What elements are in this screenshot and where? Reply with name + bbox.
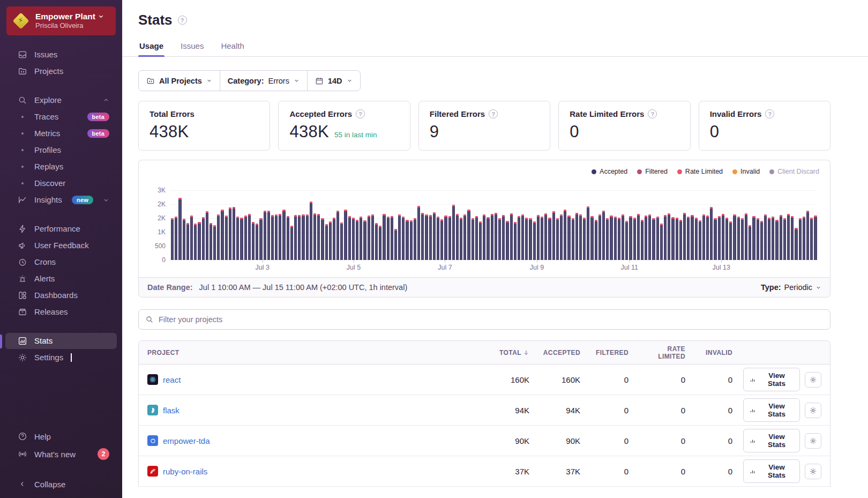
megaphone-icon [17, 241, 28, 250]
chart-bar [598, 214, 601, 260]
sidebar-item-settings[interactable]: Settings [5, 350, 117, 366]
chart-bar [287, 216, 289, 260]
sidebar-item-discover[interactable]: Discover [5, 175, 117, 191]
sidebar-item-metrics[interactable]: Metrics beta [5, 125, 117, 142]
project-link[interactable]: ruby-on-rails [163, 467, 207, 476]
chart-bar [294, 215, 297, 260]
chevron-down-icon[interactable] [103, 197, 109, 203]
legend-item-invalid[interactable]: Invalid [732, 168, 760, 175]
total-value: 90K [485, 436, 535, 445]
sidebar-item-label: Profiles [34, 145, 61, 154]
chart-bar [448, 216, 451, 260]
project-settings-button[interactable] [805, 464, 821, 479]
help-circle-icon[interactable]: ? [356, 109, 365, 118]
sidebar-item-replays[interactable]: Replays [5, 159, 117, 175]
legend-item-filtered[interactable]: Filtered [637, 168, 668, 175]
category-selector[interactable]: Category: Errors [220, 71, 307, 91]
project-settings-button[interactable] [805, 403, 821, 418]
chart-bar [668, 213, 670, 260]
sidebar-item-crons[interactable]: Crons [5, 254, 117, 270]
chart-bar [687, 217, 690, 260]
project-link[interactable]: empower-tda [163, 436, 210, 445]
date-range-label: Date Range: [147, 283, 193, 292]
view-stats-button[interactable]: View Stats [743, 429, 800, 452]
tab-usage[interactable]: Usage [138, 38, 164, 56]
project-link[interactable]: react [163, 375, 181, 384]
sidebar-item-stats[interactable]: Stats [5, 333, 117, 349]
project-settings-button[interactable] [805, 433, 821, 449]
accepted-value: 90K [535, 436, 586, 445]
card-invalid-errors: Invalid Errors? 0 [699, 101, 830, 151]
filtered-value: 0 [586, 436, 634, 445]
help-circle-icon[interactable]: ? [648, 109, 657, 118]
sidebar-item-issues[interactable]: Issues [5, 47, 117, 63]
column-filtered[interactable]: FILTERED [586, 349, 634, 356]
table-header-row: PROJECT TOTAL ACCEPTED FILTERED RATE LIM… [139, 341, 830, 365]
help-circle-icon[interactable]: ? [489, 109, 498, 118]
chart-bar [772, 217, 774, 260]
chart-bar [302, 214, 304, 260]
help-circle-icon[interactable]: ? [178, 16, 187, 25]
rate-limited-value: 0 [634, 406, 691, 415]
x-tick-mark [263, 260, 263, 263]
sidebar-item-releases[interactable]: Releases [5, 304, 117, 320]
column-invalid[interactable]: INVALID [691, 349, 738, 356]
sidebar-item-label: Stats [34, 336, 53, 345]
chart-bar [356, 220, 358, 260]
chart-bar [679, 220, 682, 260]
help-circle-icon[interactable]: ? [765, 109, 774, 118]
chart-bar [290, 226, 293, 260]
column-accepted[interactable]: ACCEPTED [535, 349, 586, 356]
column-total[interactable]: TOTAL [485, 349, 535, 356]
sidebar-item-projects[interactable]: Projects [5, 63, 117, 79]
sidebar-item-label: Help [34, 432, 51, 441]
sidebar-item-alerts[interactable]: Alerts [5, 271, 117, 287]
chart-bar [795, 228, 797, 260]
chart-bar [317, 214, 320, 260]
legend-item-rate-limited[interactable]: Rate Limited [677, 168, 723, 175]
card-title: Filtered Errors [430, 109, 485, 118]
sidebar-item-traces[interactable]: Traces beta [5, 109, 117, 125]
view-stats-button[interactable]: View Stats [743, 368, 800, 391]
sidebar-item-explore[interactable]: Explore [5, 92, 117, 108]
chart-type-selector[interactable]: Type: Periodic [761, 283, 821, 292]
project-settings-button[interactable] [805, 372, 821, 388]
view-stats-button[interactable]: View Stats [743, 398, 800, 422]
sidebar-item-whats-new[interactable]: What's new 2 [5, 445, 117, 463]
sidebar-item-label: User Feedback [34, 241, 89, 250]
chevron-up-icon[interactable] [103, 97, 109, 103]
project-selector[interactable]: All Projects [139, 71, 220, 91]
sidebar-item-dashboards[interactable]: Dashboards [5, 287, 117, 303]
chart-bar [737, 217, 740, 260]
project-selector-label: All Projects [159, 77, 202, 85]
chart-bar [695, 218, 698, 260]
legend-item-accepted[interactable]: Accepted [592, 168, 627, 175]
sidebar-item-performance[interactable]: Performance [5, 221, 117, 237]
sidebar-item-insights[interactable]: Insights new [5, 192, 117, 208]
chart-bar [514, 222, 517, 260]
x-axis-label: Jul 9 [530, 264, 544, 271]
chart-bar [814, 215, 817, 260]
project-link[interactable]: flask [163, 406, 179, 415]
view-stats-button[interactable]: View Stats [743, 459, 800, 483]
tab-health[interactable]: Health [220, 38, 245, 56]
chart-bar [279, 214, 281, 260]
column-rate-limited[interactable]: RATE LIMITED [634, 345, 691, 360]
usage-chart: Accepted Filtered Rate Limited Invalid C… [138, 160, 830, 277]
chart-bar [178, 198, 181, 260]
project-filter-input[interactable] [159, 315, 824, 324]
chart-bar [394, 229, 397, 260]
card-title: Invalid Errors [710, 109, 762, 118]
tab-issues[interactable]: Issues [179, 38, 205, 56]
sidebar-item-user-feedback[interactable]: User Feedback [5, 237, 117, 254]
sidebar-item-profiles[interactable]: Profiles [5, 142, 117, 158]
sidebar-item-help[interactable]: Help [5, 428, 117, 444]
sidebar-collapse-button[interactable]: Collapse [5, 476, 117, 492]
chart-bar [391, 216, 393, 260]
legend-label: Rate Limited [685, 168, 723, 175]
org-switcher[interactable]: ⚡ Empower Plant Priscila Oliveira [6, 6, 116, 35]
line-chart-icon [17, 195, 28, 205]
date-period-selector[interactable]: 14D [307, 71, 360, 91]
chart-bars[interactable] [171, 190, 817, 260]
legend-item-client-discard[interactable]: Client Discard [769, 168, 819, 175]
